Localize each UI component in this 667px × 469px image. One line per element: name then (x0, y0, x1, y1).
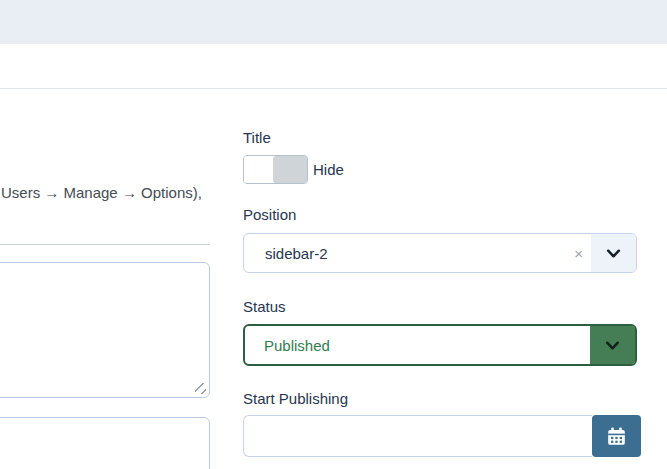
start-publishing-input[interactable] (243, 415, 592, 457)
start-publishing-label: Start Publishing (243, 390, 348, 408)
module-description-text: Users → Manage → Options), (1, 184, 202, 201)
status-label: Status (243, 298, 286, 316)
module-content-textarea[interactable] (0, 262, 210, 398)
status-value: Published (264, 337, 330, 354)
title-label: Title (243, 129, 271, 147)
position-combobox[interactable]: sidebar-2 × (243, 233, 637, 273)
position-label: Position (243, 206, 296, 224)
position-dropdown-button[interactable] (591, 234, 636, 272)
clear-icon[interactable]: × (574, 245, 583, 262)
calendar-button[interactable] (592, 415, 641, 457)
title-toggle[interactable] (243, 155, 308, 184)
secondary-textarea[interactable] (0, 417, 210, 469)
status-select[interactable]: Published (243, 324, 637, 366)
chevron-down-icon (604, 337, 621, 354)
chevron-down-icon (605, 245, 622, 262)
resize-handle-icon[interactable] (195, 383, 206, 394)
title-toggle-state-label: Hide (313, 161, 344, 178)
toggle-on-half[interactable] (244, 156, 273, 183)
start-publishing-group (243, 415, 641, 457)
toggle-off-half[interactable] (273, 156, 307, 183)
position-value: sidebar-2 (265, 245, 328, 262)
module-settings-panel: Title Hide Position sidebar-2 × Status P… (243, 0, 643, 469)
calendar-icon (607, 427, 626, 446)
section-divider (0, 244, 210, 245)
module-edit-screen: Users → Manage → Options), Title Hide Po… (0, 0, 667, 469)
status-dropdown-button[interactable] (590, 326, 635, 364)
